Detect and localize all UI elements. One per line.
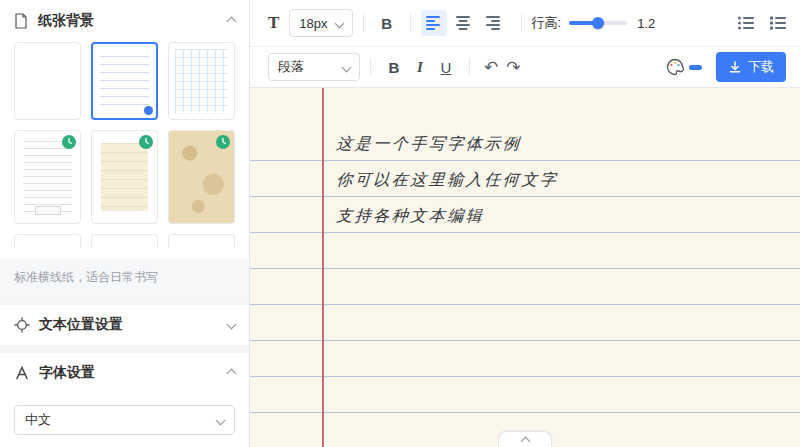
chevron-up-icon[interactable]	[227, 16, 237, 26]
toolbar-row-1: T 18px B 行高: 1.2	[250, 0, 800, 47]
paper-icon	[14, 13, 30, 29]
section-label: 文本位置设置	[39, 316, 219, 334]
section-label: 字体设置	[39, 364, 219, 382]
undo-icon[interactable]: ↶	[480, 57, 502, 78]
paper-description: 标准横线纸，适合日常书写	[0, 259, 249, 296]
section-divider	[0, 345, 249, 354]
text-tool-icon[interactable]: T	[268, 13, 279, 33]
red-margin-line	[322, 88, 324, 447]
chevron-down-icon[interactable]	[227, 320, 237, 330]
chevron-down-icon	[334, 18, 344, 28]
bold-button[interactable]: B	[374, 10, 400, 36]
current-color-swatch	[689, 65, 702, 70]
thumbnail-grid-paper[interactable]	[168, 42, 235, 120]
redo-icon[interactable]: ↷	[502, 57, 524, 78]
thumbnail-partial[interactable]	[91, 234, 158, 247]
ordered-list-icon[interactable]	[770, 16, 786, 30]
thumbnail-vintage-paper[interactable]	[168, 130, 235, 224]
thumbnail-lined-paper-selected[interactable]	[91, 42, 158, 120]
clock-badge-icon	[139, 135, 153, 149]
line-height-label: 行高:	[532, 14, 562, 32]
section-divider	[0, 296, 249, 305]
clock-badge-icon	[216, 135, 230, 149]
underline-button[interactable]: U	[433, 54, 459, 80]
divider	[469, 58, 470, 76]
text-position-icon	[14, 317, 30, 333]
handwriting-line: 你可以在这里输入任何文字	[335, 170, 781, 198]
clock-badge-icon	[62, 135, 76, 149]
thumbnail-label-box	[35, 206, 61, 215]
palette-icon	[666, 58, 684, 76]
bold-button[interactable]: B	[381, 54, 407, 80]
paper-canvas[interactable]: 这是一个手写字体示例 你可以在这里输入任何文字 支持各种文本编辑	[250, 88, 800, 447]
align-right-button[interactable]	[481, 10, 507, 36]
selected-dot	[144, 106, 153, 115]
bullet-list-icon[interactable]	[738, 16, 754, 30]
section-font-settings[interactable]: 字体设置	[0, 353, 249, 393]
toolbar-row-2: 段落 B I U ↶ ↷ 下载	[250, 47, 800, 88]
italic-button[interactable]: I	[407, 54, 433, 80]
divider	[370, 58, 371, 76]
paragraph-select-value: 段落	[278, 58, 304, 76]
slider-knob[interactable]	[592, 17, 604, 29]
line-height-value: 1.2	[637, 16, 655, 31]
thumbnail-cream-paper[interactable]	[91, 130, 158, 224]
font-size-value: 18px	[299, 16, 327, 31]
chevron-down-icon	[342, 62, 352, 72]
divider	[363, 14, 364, 32]
align-left-button[interactable]	[421, 10, 447, 36]
download-icon	[728, 60, 742, 74]
thumbnail-partial[interactable]	[168, 234, 235, 247]
collapse-panel-handle[interactable]	[498, 431, 552, 447]
language-select-value: 中文	[25, 411, 51, 429]
thumbnail-partial[interactable]	[14, 234, 81, 247]
panel-title: 纸张背景	[38, 12, 220, 30]
handwriting-line: 这是一个手写字体示例	[335, 134, 781, 162]
align-center-button[interactable]	[451, 10, 477, 36]
paper-background-header[interactable]: 纸张背景	[0, 0, 249, 40]
list-tools	[738, 16, 786, 30]
handwriting-line: 支持各种文本编辑	[335, 206, 781, 234]
line-height-slider[interactable]	[569, 16, 627, 30]
editor-main: T 18px B 行高: 1.2	[250, 0, 800, 447]
sidebar: 纸张背景	[0, 0, 250, 447]
chevron-up-icon[interactable]	[227, 368, 237, 378]
section-text-position[interactable]: 文本位置设置	[0, 305, 249, 345]
download-button[interactable]: 下载	[716, 52, 786, 82]
font-size-select[interactable]: 18px	[289, 9, 352, 37]
language-select[interactable]: 中文	[14, 405, 235, 435]
thumbnail-ruled-paper[interactable]	[14, 130, 81, 224]
divider	[410, 14, 411, 32]
color-palette-button[interactable]	[666, 58, 702, 76]
download-label: 下载	[748, 58, 774, 76]
thumbnail-blank-paper[interactable]	[14, 42, 81, 120]
divider	[521, 14, 522, 32]
paper-thumbnail-grid	[0, 40, 249, 247]
app-root: 纸张背景	[0, 0, 800, 447]
chevron-up-icon	[520, 437, 530, 447]
font-settings-icon	[14, 365, 30, 381]
chevron-down-icon	[216, 415, 226, 425]
paragraph-select[interactable]: 段落	[268, 53, 360, 81]
